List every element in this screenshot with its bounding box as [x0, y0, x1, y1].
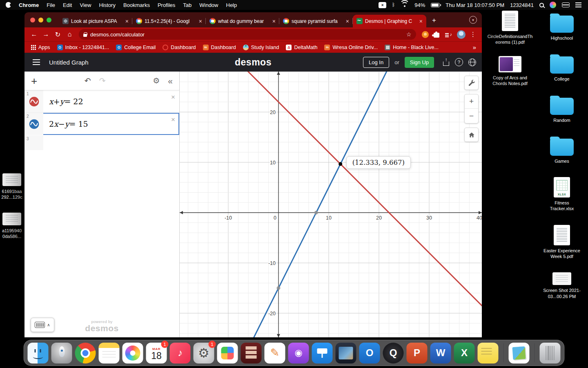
- desktop-icon-college[interactable]: College: [550, 54, 574, 82]
- browser-tab-square-pyramid-surfa[interactable]: square pyramid surfa×: [279, 15, 353, 27]
- zoom-in-button[interactable]: +: [465, 94, 478, 109]
- default-viewport-button[interactable]: [464, 128, 479, 142]
- expression-formula[interactable]: [43, 135, 179, 150]
- dock-trash[interactable]: [540, 343, 561, 364]
- share-icon[interactable]: [443, 59, 450, 66]
- tab-close-button[interactable]: ×: [125, 18, 129, 25]
- delete-expression-button[interactable]: ×: [171, 93, 175, 101]
- dock-photo-booth[interactable]: [241, 343, 262, 364]
- dock-excel[interactable]: X: [454, 343, 475, 364]
- tab-close-button[interactable]: ×: [419, 18, 423, 25]
- menu-view[interactable]: View: [80, 2, 91, 8]
- input-source-icon[interactable]: ×: [379, 2, 386, 8]
- bookmark-home-black-live[interactable]: Home - Black Live...: [385, 45, 439, 50]
- desktop-icon-games[interactable]: Games: [550, 136, 574, 164]
- desktop-icon-screen-shot-2021-03-00-26-pm[interactable]: Screen Shot 2021-03...00.26 PM: [542, 272, 581, 299]
- dock-system-preferences[interactable]: ⚙1: [194, 343, 214, 364]
- dock-photos-dark[interactable]: [336, 343, 356, 364]
- bookmark-inbox-12324841[interactable]: OInbox - 12324841...: [57, 45, 109, 50]
- bluetooth-icon[interactable]: ᛒ: [392, 2, 395, 7]
- spotlight-icon[interactable]: [539, 3, 544, 7]
- tab-close-button[interactable]: ×: [199, 18, 202, 25]
- tab-close-button[interactable]: ×: [272, 18, 276, 25]
- menu-bar-clock[interactable]: Thu Mar 18 10:07:50 PM: [445, 2, 504, 8]
- menu-help[interactable]: Help: [226, 2, 237, 8]
- back-button[interactable]: ←: [29, 29, 40, 40]
- bookmark-star-icon[interactable]: ☆: [406, 31, 412, 38]
- expression-formula[interactable]: 2x − y = 15: [43, 113, 179, 135]
- control-center-icon[interactable]: [562, 2, 569, 7]
- expression-color-icon[interactable]: [29, 119, 40, 130]
- address-bar[interactable]: desmos.com/calculator ☆: [79, 29, 416, 40]
- desktop-icon-61691baa-292-129c[interactable]: 61691baa 292...129c: [0, 173, 24, 200]
- bookmark-college-email[interactable]: OCollege Email: [116, 45, 156, 50]
- bookmark-dashboard[interactable]: Dashboard: [163, 45, 196, 50]
- dock-pages[interactable]: ✎: [265, 343, 285, 364]
- tab-search-button[interactable]: ▾: [469, 16, 477, 24]
- desktop-icon-easter-experience-week-5-pdf[interactable]: Easter Experience Week 5.pdf: [542, 225, 581, 260]
- dock-quicktime[interactable]: Q: [383, 343, 404, 364]
- desktop-icon-circledefinitionsandtheorems-1-pdf[interactable]: CircleDefinitionsandTheorems (1).pdf: [487, 11, 533, 45]
- main-menu-icon[interactable]: [33, 62, 40, 63]
- dock-chrome[interactable]: [75, 343, 96, 364]
- bookmark-dashboard[interactable]: inDashboard: [203, 45, 236, 50]
- menu-edit[interactable]: Edit: [63, 2, 72, 8]
- bookmark-apps[interactable]: Apps: [30, 45, 50, 50]
- dock-music[interactable]: ♪: [170, 343, 191, 364]
- graph-area[interactable]: -100102030402010-10-20 (12.333, 9.667) +…: [180, 72, 482, 337]
- dock-keynote[interactable]: [312, 343, 333, 364]
- dock-notes[interactable]: [99, 343, 120, 364]
- profile-avatar[interactable]: [457, 30, 466, 39]
- bookmark-wresa-online-driv[interactable]: inWresa Online Driv...: [324, 45, 378, 50]
- extension-badge-icon[interactable]: [422, 31, 429, 38]
- expression-formula[interactable]: x + y = 22: [43, 90, 179, 112]
- menu-window[interactable]: Window: [199, 2, 218, 8]
- bookmark-deltamath[interactable]: ΔDeltaMath: [286, 45, 317, 50]
- redo-button[interactable]: ↷: [99, 76, 106, 85]
- wifi-icon[interactable]: [404, 5, 405, 7]
- zoom-window-button[interactable]: [47, 18, 51, 22]
- reload-button[interactable]: ↻: [52, 29, 63, 40]
- bookmark-study-island[interactable]: Study Island: [243, 45, 279, 50]
- dock-outlook[interactable]: O: [359, 343, 380, 364]
- graph-settings-button[interactable]: [464, 76, 479, 90]
- browser-menu-icon[interactable]: ⋮: [470, 31, 476, 38]
- menu-profiles[interactable]: Profiles: [158, 2, 175, 8]
- menu-file[interactable]: File: [47, 2, 55, 8]
- browser-tab-11-5-2-25-4-googl[interactable]: 11.5+2.25(4) - Googl×: [132, 15, 206, 27]
- menu-history[interactable]: History: [99, 2, 115, 8]
- dock-calendar[interactable]: MAR181: [146, 343, 167, 364]
- apple-logo-icon[interactable]: [6, 2, 11, 8]
- desktop-icon-a1195940-0da586[interactable]: a1195940 0da586...: [0, 213, 24, 240]
- signup-button[interactable]: Sign Up: [405, 57, 434, 68]
- graph-title[interactable]: Untitled Graph: [49, 59, 89, 66]
- menu-bar-username[interactable]: 12324841: [510, 2, 534, 8]
- graph-canvas[interactable]: -100102030402010-10-20: [180, 72, 482, 337]
- dock-stickies[interactable]: [478, 343, 499, 364]
- desktop-icon-random[interactable]: Random: [550, 95, 574, 123]
- bookmarks-overflow-button[interactable]: »: [473, 44, 476, 51]
- keyboard-toggle-button[interactable]: ∧: [31, 318, 54, 332]
- help-icon[interactable]: ?: [455, 58, 463, 66]
- zoom-out-button[interactable]: −: [465, 109, 478, 123]
- dock-app-library[interactable]: [217, 343, 238, 364]
- browser-tab-what-do-gummy-bear[interactable]: what do gummy bear×: [206, 15, 279, 27]
- expression-row-2[interactable]: 22x − y = 15×: [24, 113, 179, 135]
- extensions-puzzle-icon[interactable]: [434, 33, 439, 38]
- siri-icon[interactable]: [550, 2, 556, 8]
- expression-row-3[interactable]: 3: [24, 135, 179, 150]
- desktop-icon-highschool[interactable]: Highschool: [550, 13, 574, 41]
- dock-podcasts[interactable]: ◉: [288, 343, 309, 364]
- login-button[interactable]: Log In: [363, 57, 389, 68]
- edit-list-gear-icon[interactable]: ⚙: [153, 76, 160, 85]
- menu-tab[interactable]: Tab: [183, 2, 192, 8]
- dock-preview[interactable]: [509, 343, 530, 364]
- collapse-panel-button[interactable]: «: [168, 76, 173, 86]
- add-expression-button[interactable]: +: [31, 76, 37, 86]
- desktop-icon-copy-of-arcs-and-chords-notes-pdf[interactable]: Copy of Arcs and Chords Notes.pdf: [487, 56, 533, 87]
- forward-button[interactable]: →: [40, 29, 51, 40]
- browser-tab-look-at-picture-aspa[interactable]: Look at picture ASPA×: [59, 15, 132, 27]
- notification-center-icon[interactable]: [575, 4, 581, 5]
- new-tab-button[interactable]: +: [429, 15, 439, 26]
- close-window-button[interactable]: [30, 18, 35, 22]
